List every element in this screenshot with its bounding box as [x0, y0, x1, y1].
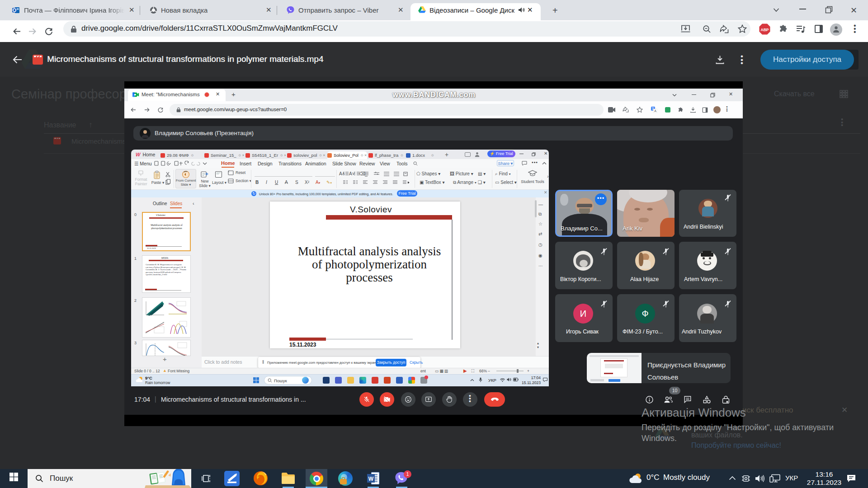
svg-text:ABP: ABP: [761, 28, 769, 32]
svg-text:W: W: [368, 476, 374, 482]
svg-text:A: A: [654, 109, 656, 113]
